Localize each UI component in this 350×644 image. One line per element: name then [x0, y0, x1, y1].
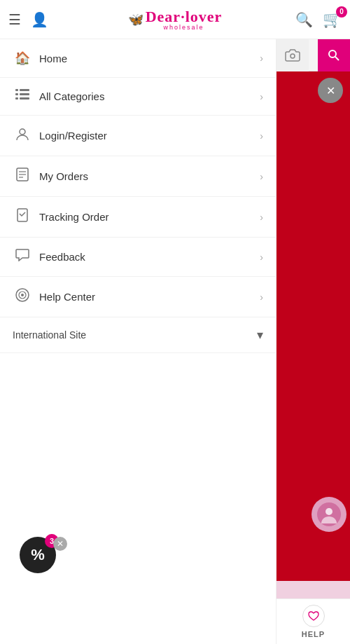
- header-right: 🔍 🛒 0: [295, 11, 342, 29]
- tracking-icon: [13, 208, 32, 226]
- home-icon: 🏠: [13, 50, 32, 66]
- feedback-icon: [13, 249, 32, 265]
- sidebar-item-login[interactable]: Login/Register ›: [0, 116, 276, 156]
- help-icon: [13, 288, 32, 306]
- chevron-right-icon: ›: [260, 252, 263, 263]
- svg-point-13: [21, 294, 24, 296]
- sidebar-item-home[interactable]: 🏠 Home ›: [0, 39, 276, 78]
- svg-rect-0: [15, 89, 18, 91]
- sidebar-item-feedback[interactable]: Feedback ›: [0, 238, 276, 277]
- chevron-right-icon: ›: [260, 171, 263, 182]
- chevron-right-icon: ›: [260, 292, 263, 303]
- main-search-button[interactable]: [318, 39, 350, 71]
- orders-icon: [13, 167, 32, 185]
- help-heart-icon: [302, 605, 325, 627]
- svg-point-6: [20, 129, 25, 135]
- cart-button[interactable]: 🛒 0: [323, 11, 342, 29]
- international-site-label: International Site: [13, 329, 257, 341]
- categories-icon: [13, 89, 32, 104]
- support-bubble[interactable]: [312, 497, 346, 532]
- svg-point-15: [329, 50, 336, 57]
- promo-badge[interactable]: ✕ % 3: [20, 537, 67, 584]
- sidebar-item-all-categories[interactable]: All Categories ›: [0, 78, 276, 116]
- chevron-right-icon: ›: [260, 91, 263, 102]
- header: ☰ 👤 🦋 Dear·lover wholesale 🔍 🛒 0: [0, 0, 350, 39]
- chevron-right-icon: ›: [260, 212, 263, 223]
- chevron-right-icon: ›: [260, 130, 263, 142]
- sidebar-item-label-feedback: Feedback: [39, 251, 260, 263]
- sidebar-item-label-categories: All Categories: [39, 90, 260, 102]
- search-icon[interactable]: 🔍: [295, 11, 313, 28]
- chevron-down-icon: ▾: [257, 327, 263, 343]
- sidebar-item-label-home: Home: [39, 53, 260, 64]
- chevron-right-icon: ›: [260, 53, 263, 64]
- user-icon[interactable]: 👤: [31, 11, 48, 28]
- svg-line-16: [335, 57, 339, 60]
- logo[interactable]: Dear·lover wholesale: [146, 8, 223, 31]
- cart-badge: 0: [336, 6, 347, 18]
- sidebar-item-label-orders: My Orders: [39, 170, 260, 182]
- sidebar-item-label-help: Help Center: [39, 291, 260, 303]
- camera-search-button[interactable]: [276, 39, 309, 71]
- promo-badge-bg: % 3: [20, 537, 56, 573]
- svg-rect-2: [15, 97, 18, 100]
- logo-area: 🦋 Dear·lover wholesale: [128, 8, 223, 31]
- svg-rect-1: [15, 93, 18, 95]
- svg-point-14: [290, 54, 295, 58]
- float-close-button[interactable]: ✕: [318, 78, 343, 103]
- hamburger-icon[interactable]: ☰: [8, 11, 21, 28]
- sidebar-item-label-tracking: Tracking Order: [39, 211, 260, 223]
- sidebar-item-label-login: Login/Register: [39, 130, 260, 142]
- promo-close-button[interactable]: ✕: [53, 537, 67, 551]
- header-left: ☰ 👤: [8, 11, 48, 28]
- logo-text: Dear·lover: [146, 8, 223, 25]
- svg-rect-3: [20, 89, 29, 91]
- help-label: HELP: [302, 630, 325, 638]
- main-search-bar: [276, 39, 350, 71]
- sidebar-item-tracking[interactable]: Tracking Order ›: [0, 197, 276, 238]
- main-content: E SALE 0 ✕ Dres...: [276, 39, 350, 644]
- sidebar-item-help[interactable]: Help Center ›: [0, 277, 276, 317]
- sidebar-item-my-orders[interactable]: My Orders ›: [0, 156, 276, 197]
- svg-rect-5: [20, 97, 29, 100]
- svg-point-20: [326, 508, 332, 515]
- login-icon: [13, 127, 32, 144]
- logo-wing-icon: 🦋: [128, 12, 144, 27]
- international-site-dropdown[interactable]: International Site ▾: [0, 317, 276, 353]
- percent-icon: %: [31, 546, 45, 564]
- svg-rect-4: [20, 93, 29, 95]
- help-button[interactable]: HELP: [276, 598, 350, 644]
